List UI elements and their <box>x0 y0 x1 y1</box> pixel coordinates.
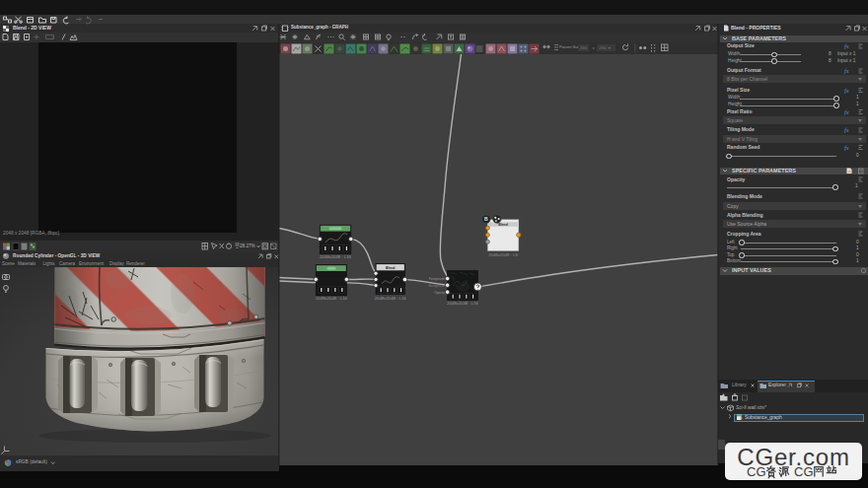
svg-text:fx: fx <box>844 42 849 49</box>
svg-text:CG: CG <box>747 464 766 479</box>
svg-text:fx: fx <box>844 144 849 151</box>
svg-text:fx: fx <box>844 87 849 94</box>
svg-text:fx: fx <box>844 67 849 74</box>
svg-text:CG: CG <box>794 464 814 479</box>
svg-text:fx: fx <box>844 108 849 115</box>
svg-text:fx: fx <box>844 126 849 133</box>
